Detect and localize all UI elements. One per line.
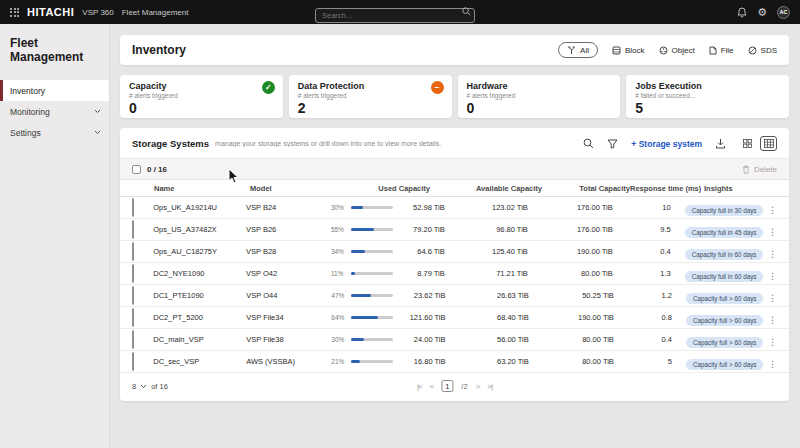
card-data-protection[interactable]: Data Protection # alerts triggered 2 −: [289, 75, 452, 118]
table-row[interactable]: DC_sec_VSP AWS (VSSBA) 21%16.80 TiB 63.2…: [120, 351, 789, 373]
storage-model: VSP O42: [246, 269, 331, 278]
product-name: VSP 360: [82, 8, 113, 17]
view-filter-object[interactable]: Object: [659, 46, 695, 55]
row-menu-icon[interactable]: ⋮: [768, 337, 777, 347]
sidebar-title: Fleet Management: [0, 24, 109, 80]
row-checkbox[interactable]: [132, 198, 134, 217]
column-header-model: Model: [250, 184, 338, 193]
available-capacity-value: 96.80 TiB: [445, 225, 528, 234]
app-launcher-icon[interactable]: [10, 8, 19, 17]
status-ok-icon: ✓: [262, 81, 275, 94]
column-header-response-time: Response time (ms): [630, 184, 690, 193]
response-time-value: 1.3: [613, 269, 671, 278]
page-title: Inventory: [132, 43, 186, 57]
used-percent: 47%: [331, 292, 351, 299]
user-avatar[interactable]: AC: [777, 6, 790, 19]
column-header-total-capacity: Total Capacity: [542, 184, 630, 193]
add-storage-system-button[interactable]: + Storage system: [631, 139, 702, 149]
row-checkbox[interactable]: [132, 220, 134, 239]
view-filter-all[interactable]: All: [558, 42, 598, 58]
table-row[interactable]: DC1_PTE1090 VSP O44 47%23.62 TiB 26.63 T…: [120, 285, 789, 307]
filter-funnel-icon[interactable]: [607, 139, 618, 149]
available-capacity-value: 26.63 TiB: [446, 291, 529, 300]
sidebar-item-label: Settings: [10, 128, 41, 138]
row-menu-icon[interactable]: ⋮: [768, 227, 777, 237]
total-capacity-value: 80.00 TiB: [529, 335, 614, 344]
previous-page-icon[interactable]: <: [430, 382, 434, 391]
file-storage-icon: [709, 46, 717, 55]
chevron-down-icon[interactable]: [140, 384, 147, 389]
view-filter-group: All Block Object File SDS: [558, 42, 777, 58]
used-capacity-bar: [351, 294, 393, 297]
table-search-icon[interactable]: [583, 138, 594, 149]
used-percent: 55%: [331, 226, 351, 233]
delete-button[interactable]: Delete: [742, 165, 777, 174]
table-row[interactable]: DC2_PT_5200 VSP File34 64%121.60 TiB 68.…: [120, 307, 789, 329]
row-menu-icon[interactable]: ⋮: [768, 271, 777, 281]
table-row[interactable]: Ops_UK_A19214U VSP B24 30%52.98 TiB 123.…: [120, 197, 789, 219]
table-row[interactable]: DC2_NYE1090 VSP O42 11%8.79 TiB 71.21 Ti…: [120, 263, 789, 285]
table-view-toggle-icon[interactable]: [760, 136, 777, 151]
used-capacity-bar: [351, 250, 393, 253]
total-capacity-value: 176.00 TiB: [528, 203, 613, 212]
row-menu-icon[interactable]: ⋮: [768, 315, 777, 325]
select-all-checkbox[interactable]: [132, 165, 141, 174]
view-filter-file[interactable]: File: [709, 46, 734, 55]
sidebar-item-inventory[interactable]: Inventory: [0, 80, 109, 101]
used-capacity-bar: [351, 272, 393, 275]
row-checkbox[interactable]: [132, 330, 134, 349]
current-page-input[interactable]: 1: [441, 380, 453, 392]
last-page-icon[interactable]: >|: [487, 382, 492, 391]
used-capacity-bar: [351, 316, 393, 319]
view-filter-sds[interactable]: SDS: [748, 46, 777, 55]
used-capacity-value: 52.98 TiB: [397, 203, 445, 212]
download-icon[interactable]: [715, 138, 726, 149]
response-time-value: 5: [614, 357, 672, 366]
storage-name: DC2_PT_5200: [153, 313, 246, 322]
card-view-toggle-icon[interactable]: [739, 136, 756, 151]
sidebar-item-settings[interactable]: Settings: [0, 122, 109, 143]
used-percent: 34%: [331, 248, 351, 255]
row-menu-icon[interactable]: ⋮: [768, 293, 777, 303]
insight-badge: Capacity full in 60 days: [685, 249, 764, 260]
table-row[interactable]: Ops_US_A37482X VSP B26 55%79.20 TiB 96.8…: [120, 219, 789, 241]
total-capacity-value: 190.00 TiB: [529, 313, 614, 322]
storage-name: Ops_AU_C18275Y: [153, 247, 246, 256]
row-checkbox[interactable]: [132, 352, 134, 371]
storage-panel-title: Storage Systems: [132, 138, 209, 149]
rows-per-page-value[interactable]: 8: [132, 382, 136, 391]
table-row[interactable]: Ops_AU_C18275Y VSP B28 34%64.6 TiB 125.4…: [120, 241, 789, 263]
total-pages-label: /2: [461, 382, 467, 391]
available-capacity-value: 56.00 TiB: [446, 335, 529, 344]
row-checkbox[interactable]: [132, 242, 134, 261]
card-subtitle: # alerts triggered: [298, 92, 443, 99]
card-hardware[interactable]: Hardware # alerts triggered 0: [458, 75, 621, 118]
used-capacity-bar: [351, 360, 393, 363]
main-content: Inventory All Block Object File SDS: [110, 24, 800, 448]
brand-logo: HITACHI: [27, 6, 74, 18]
object-storage-icon: [659, 46, 668, 55]
insight-badge: Capacity full > 60 days: [686, 293, 764, 304]
card-capacity[interactable]: Capacity # alerts triggered 0 ✓: [120, 75, 283, 118]
response-time-value: 9.5: [613, 225, 671, 234]
sidebar-item-monitoring[interactable]: Monitoring: [0, 101, 109, 122]
table-row[interactable]: DC_main_VSP VSP File38 30%24.00 TiB 56.0…: [120, 329, 789, 351]
global-search-input[interactable]: [315, 8, 475, 23]
row-checkbox[interactable]: [132, 308, 134, 327]
available-capacity-value: 125.40 TiB: [445, 247, 528, 256]
settings-gear-icon[interactable]: ⚙: [757, 7, 767, 18]
storage-model: VSP B24: [246, 203, 331, 212]
card-jobs-execution[interactable]: Jobs Execution # failed or succeed... 5: [626, 75, 789, 118]
next-page-icon[interactable]: >: [476, 382, 480, 391]
row-menu-icon[interactable]: ⋮: [768, 205, 777, 215]
row-checkbox[interactable]: [132, 264, 134, 283]
row-menu-icon[interactable]: ⋮: [768, 359, 777, 369]
storage-model: VSP File38: [246, 335, 331, 344]
first-page-icon[interactable]: |<: [417, 382, 422, 391]
storage-panel-header: Storage Systems manage your storage syst…: [120, 128, 789, 158]
notifications-bell-icon[interactable]: [737, 7, 747, 18]
view-filter-block[interactable]: Block: [612, 46, 645, 55]
row-checkbox[interactable]: [132, 286, 134, 305]
sidebar: Fleet Management Inventory Monitoring Se…: [0, 24, 110, 448]
row-menu-icon[interactable]: ⋮: [768, 249, 777, 259]
